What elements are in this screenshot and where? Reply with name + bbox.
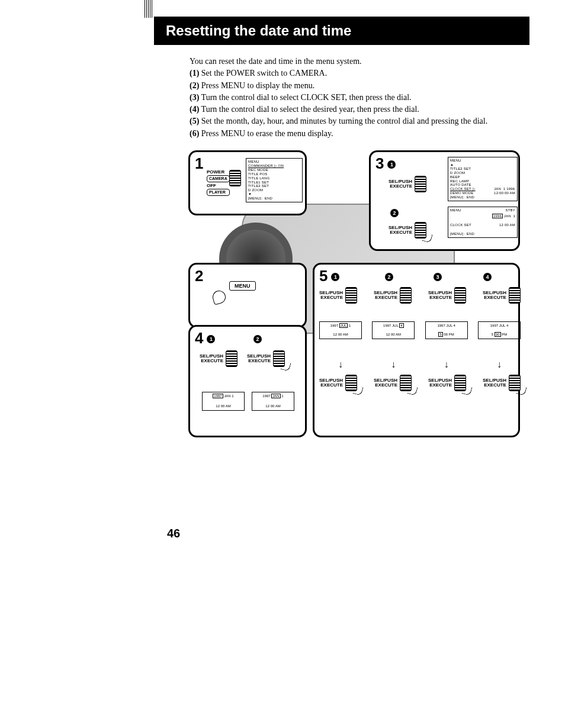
screen-5-4: 1997 JUL 45 30 PM [478,321,521,339]
substep-2-icon: 2 [385,273,393,281]
substep-3-icon: 3 [434,273,442,281]
power-dial-icon [229,170,241,186]
dial-row-bottom: SEL/PUSHEXECUTE SEL/PUSHEXECUTE SEL/PUSH… [319,375,521,391]
step-6: (6) Press MENU to erase the menu display… [190,128,529,140]
arrow-row: ↓ ↓ ↓ ↓ [319,358,521,372]
arrow-down-icon: ↓ [372,359,415,370]
dial-icon [345,375,357,391]
panel-number-1: 1 [195,154,203,173]
instructions-block: You can reset the date and time in the m… [154,56,529,140]
panel-number-2: 2 [195,267,203,285]
dial-icon [509,375,521,391]
screen-5-2: 1997 JUL 412 00 AM [372,321,415,339]
step-4: (4) Turn the control dial to select the … [190,104,529,115]
panel-4: 41 2 SEL/PUSHEXECUTE SEL/PUSHEXECUTE 199… [188,325,307,437]
power-switch-labels: POWER CAMERA OFF PLAYER [207,169,230,196]
menu-button-label: MENU [229,281,256,291]
screen-5-3: 1997 JUL 45 00 PM [425,321,468,339]
substep-2-icon: 2 [390,209,399,217]
binding-artifact [145,0,153,18]
dial-icon [345,287,357,304]
substep-4-icon: 4 [483,273,492,281]
panel-1: 1 POWER CAMERA OFF PLAYER MENU COMMANDER… [188,150,307,215]
menu-screen-1: MENU COMMANDER ▷ ON REC MODETITLE POS TI… [246,158,303,202]
arrow-down-icon: ↓ [478,359,521,370]
dial-icon [454,375,466,391]
screen-4a: 1997 JAN 1 12 00 AM [202,392,245,411]
page-number: 46 [167,527,180,540]
page-title: Resetting the date and time [154,17,529,45]
dial-icon [226,350,237,367]
panel-number-3: 31 [375,154,396,173]
dial-icon [400,375,412,391]
dial-icon [509,287,521,304]
screen-4b: 1997 JAN 1 12 00 AM [252,392,294,411]
panel-number-5: 51 [319,267,339,285]
substep-1-icon: 1 [331,273,339,281]
dial-block-4a: SEL/PUSHEXECUTE [200,349,237,367]
substep-2-icon: 2 [253,335,262,343]
dial-icon [454,287,466,304]
page-content: Resetting the date and time You can rese… [0,0,565,440]
step-2: (2) Press MENU to display the menu. [190,80,529,92]
menu-screen-3b: MENUSTBY 1996 JAN 1 CLOCK SET12 00 AM [M… [448,207,518,238]
panel-number-4: 41 [195,329,215,347]
dial-row-top: SEL/PUSHEXECUTE SEL/PUSHEXECUTE SEL/PUSH… [319,287,521,304]
panel-5: 51 2 3 4 SEL/PUSHEXECUTE SEL/PUSHEXECUTE… [313,263,520,437]
hand-press-icon [211,289,227,305]
arrow-down-icon: ↓ [319,359,362,370]
dial-block-3a: SEL/PUSHEXECUTE [389,175,426,192]
step-3: (3) Turn the control dial to select CLOC… [190,92,529,104]
step-5: (5) Set the month, day, hour, and minute… [190,115,529,127]
arrow-down-icon: ↓ [425,359,468,370]
menu-screen-3a: MENU▲ TITLE2 SETD ZOOM BEEPREC LAMP AUTO… [448,157,518,201]
substep-1-icon: 1 [207,335,215,343]
panel-3: 31 SEL/PUSHEXECUTE 2 SEL/PUSHEXECUTE MEN… [369,150,520,251]
dial-icon [400,287,412,304]
dial-icon [415,176,426,192]
step-1: (1) Set the POWER switch to CAMERA. [190,67,529,79]
dial-icon [273,350,285,367]
dial-icon [415,222,426,239]
substep-1-icon: 1 [387,160,396,169]
screen-5-1: 1997 JUL 112 00 AM [319,321,362,339]
dial-block-4b: SEL/PUSHEXECUTE [247,349,285,367]
diagram-area: 1 POWER CAMERA OFF PLAYER MENU COMMANDER… [188,150,520,440]
dial-block-3b: SEL/PUSHEXECUTE [389,221,426,239]
screen-row: 1997 JUL 112 00 AM 1997 JUL 412 00 AM 19… [319,321,521,339]
intro-text: You can reset the date and time in the m… [190,56,529,67]
panel-2: 2 MENU [188,263,307,328]
